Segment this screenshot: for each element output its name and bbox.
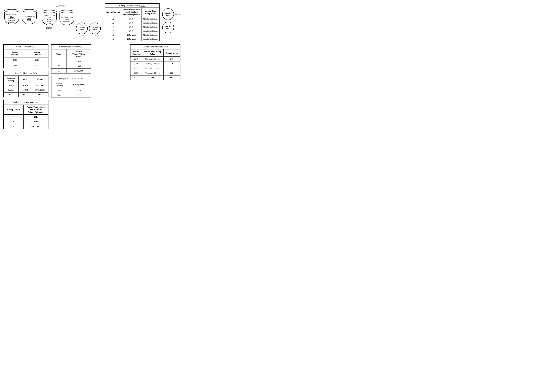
table-row: Z 204S, 206S Tuesday 3:11 p.m.: [105, 37, 159, 41]
cyl-204s-line1: Source Volume: [6, 14, 17, 15]
storage-media-210-label: StorageMedia: [79, 26, 85, 30]
storage-media-126b-title: Storage Media Inventory 126B: [130, 44, 180, 49]
cell-124d-r3c3: Monday 3:05 p.m.: [142, 25, 159, 29]
table-row: Y 204S Monday 3:05 p.m.: [105, 25, 159, 29]
table-row: X 204S Tuesday 3:11 p.m.: [105, 21, 159, 25]
table-row: X 204S Monday 3:05 p.m.: [105, 17, 159, 21]
cell-122-r2c2: 204S: [66, 64, 91, 69]
copy-pool-directory-container: Copy Pool Directory 124B Source orBackup…: [3, 71, 49, 97]
backup-dataset-124c-table: Backup Dataset Inventory 124C Backup Dat…: [3, 100, 49, 129]
table-row: Source 202SCP 204S, 206S: [4, 83, 48, 88]
cell-126b-r1c1: 204S: [130, 57, 142, 62]
cylinder-204b: Backup Volume 204B Dataset X Dataset Y D…: [41, 9, 58, 26]
cell-124d-r3c1: Y: [105, 25, 121, 29]
cylinder-206b: Backup Volume 206B Dataset Z: [59, 9, 74, 26]
cell-124d-r2c2: 204S: [121, 21, 142, 25]
cell-124c-r2c2: 204S: [24, 119, 48, 124]
storage-media-222-circle: StorageMedia: [162, 22, 174, 33]
cell-122-r1c2: 204S: [66, 59, 91, 64]
ref-122: 122: [80, 46, 83, 48]
table-row: 204S Tuesday 3:11 p.m. 220: [130, 62, 180, 66]
storage-media-220-label: StorageMedia: [165, 12, 171, 16]
copy-pool-title: Copy Pool Directory 124B: [4, 71, 48, 76]
cylinder-204b-body: Backup Volume 204B Dataset X Dataset Y D…: [42, 13, 57, 25]
col-storage-media-126a: Storage Media: [67, 81, 91, 88]
table-row: Z 204S, 206S Monday 3:05 p.m.: [105, 33, 159, 37]
cell-124d-r5c1: Z: [105, 33, 121, 37]
cell-126b-r1c2: Monday 3:05 p.m.: [142, 57, 163, 62]
cylinder-204s-top: [4, 9, 19, 12]
table-row: ••• ••• •••: [130, 76, 180, 80]
cell-124c-r1c1: X: [4, 115, 24, 119]
table-row: 206S Monday 3:05 p.m. 212: [130, 66, 180, 71]
source-dataset-122-title: Source Dataset Inventory 122: [51, 44, 91, 49]
ref-124d: 124D: [141, 4, 145, 7]
table-row: Y 204S: [51, 64, 91, 69]
cell-cpd-r3c3: •••: [31, 92, 48, 97]
cell-126a-r2c1: 206S: [51, 93, 67, 98]
col-version-ts-126b: Version Time StampToken: [142, 49, 163, 57]
cyl-204s-line4: Dataset Y: [8, 20, 15, 21]
cyl-204b-line5: Dataset Z: [46, 22, 53, 24]
cell-cpd-r2c3: 204B, 206B: [31, 88, 48, 92]
cylinder-204b-top: [42, 10, 57, 13]
cell-126b-r2c1: 204S: [130, 62, 142, 66]
cell-124d-r4c2: 204S: [121, 29, 142, 33]
cylinder-206s-top: [22, 9, 37, 12]
cell-126b-r4c2: Tuesday 3:11 p.m.: [142, 71, 163, 76]
table-row: Z 204S, 206S: [51, 69, 91, 73]
cell-124d-r6c3: Tuesday 3:11 p.m.: [142, 37, 159, 41]
cell-126a-r1c1: 204S: [51, 88, 67, 93]
cell-126b-r1c3: 210: [164, 57, 180, 62]
cell-124c-r1c2: 204S: [24, 115, 48, 119]
col-source-vol-124c: Source Volume fromwhich BackupDataset Or…: [24, 105, 48, 115]
table-row: X 204S: [51, 59, 91, 64]
col-source-vol-where-stored: SourceVolume WhereStored: [66, 49, 91, 59]
backup-dataset-124c-container: Backup Dataset Inventory 124C Backup Dat…: [3, 100, 49, 129]
cell-124d-r1c1: X: [105, 17, 121, 21]
cell-cpd-r2c1: Backup: [4, 88, 19, 92]
col-version-time: Version TimeStamp Token: [142, 8, 159, 17]
cell-124c-r3c1: Z: [4, 124, 24, 129]
table-row: ••• ••• •••: [4, 92, 48, 97]
cylinder-206b-top: [59, 10, 74, 13]
ref-126a: 126A: [79, 77, 84, 79]
cell-124c-r2c1: Y: [4, 119, 24, 124]
volume-inventory-container: Volume Inventory 124A SourceVolumes Back…: [3, 44, 49, 68]
cyl-204s-line2: 204S: [10, 15, 14, 18]
backup-dataset-124d-title: Backup Dataset Inventory 124D: [105, 4, 159, 8]
cell-cpd-r3c1: •••: [4, 92, 19, 97]
ref-202scp: — 202SCP: [56, 5, 65, 7]
cell-126b-r5c1: •••: [130, 76, 142, 80]
storage-media-126a-title: Storage Media Inventory 126A: [51, 76, 91, 81]
cyl-204b-line3: Dataset X: [46, 18, 53, 20]
col-source-volumes: SourceVolumes: [4, 49, 26, 57]
table-row: 204S Monday 3:05 p.m. 210: [130, 57, 180, 62]
cell-cpd-r1c2: 202SCP: [19, 83, 31, 88]
cell-124d-r4c1: Y: [105, 29, 121, 33]
cell-124d-r6c1: Z: [105, 37, 121, 41]
table-row: 206S 212: [51, 93, 91, 98]
cell-124d-r4c3: Tuesday 3:11 p.m.: [142, 29, 159, 33]
ref-124a: 124A: [31, 46, 36, 48]
cyl-204s-line5: Dataset Z: [8, 21, 15, 24]
col-source-vol-126a: SourceVolumes: [51, 81, 67, 88]
cell-126b-r3c2: Monday 3:05 p.m.: [142, 66, 163, 71]
source-dataset-122-container: Source Dataset Inventory 122 Dataset Sou…: [51, 44, 91, 73]
storage-media-222-label: StorageMedia: [165, 26, 171, 29]
cell-122-r3c1: Z: [51, 69, 66, 73]
storage-media-220-ref: — 220: [175, 13, 180, 15]
cell-122-r3c2: 204S, 206S: [66, 69, 91, 73]
col-dataset-122: Dataset: [51, 49, 66, 59]
volume-inventory-table: Volume Inventory 124A SourceVolumes Back…: [3, 44, 49, 68]
cell-vi-r1c2: 204B: [26, 57, 48, 63]
cyl-204b-line2: 204B: [47, 16, 51, 18]
col-volumes: Volumes: [31, 76, 48, 83]
table-row: Backup 202BCP 204B, 206B: [4, 88, 48, 92]
storage-media-210-circle: StorageMedia: [76, 22, 88, 34]
cell-126b-r4c3: 222: [164, 71, 180, 76]
cyl-204b-line1: Backup Volume: [43, 14, 55, 16]
cell-cpd-r1c3: 204S, 206S: [31, 83, 48, 88]
cell-126b-r3c3: 212: [164, 66, 180, 71]
cell-122-r1c1: X: [51, 59, 66, 64]
